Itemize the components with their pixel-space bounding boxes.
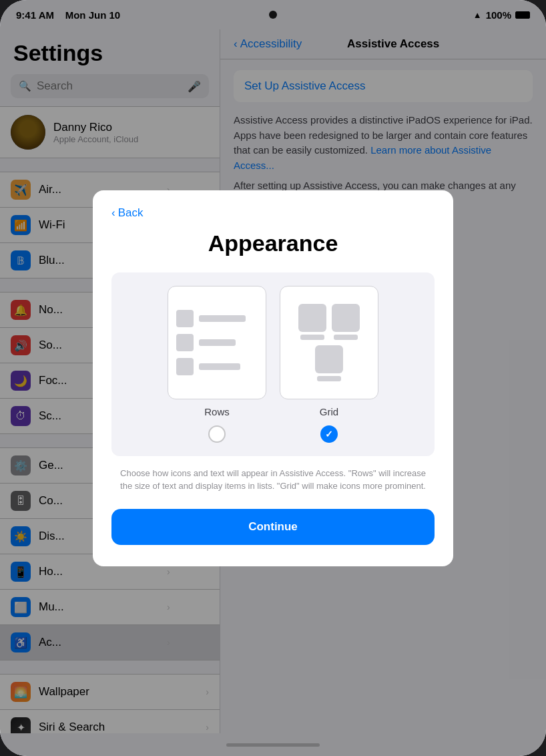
grid-radio[interactable]: ✓ (320, 425, 338, 443)
rows-line (199, 363, 240, 370)
grid-square (315, 345, 343, 373)
rows-preview (168, 286, 266, 399)
rows-radio[interactable] (208, 425, 226, 443)
checkmark-icon: ✓ (325, 429, 333, 439)
rows-line (199, 339, 236, 346)
options-area: Rows (111, 272, 435, 456)
rows-option: Rows (168, 286, 266, 443)
continue-button[interactable]: Continue (111, 509, 435, 545)
grid-row-1 (288, 304, 370, 340)
modal-overlay: ‹ Back Appearance (0, 0, 546, 756)
grid-square (298, 304, 326, 332)
rows-square-icon (176, 334, 194, 351)
rows-line (199, 315, 246, 322)
modal-back-chevron-icon: ‹ (111, 206, 115, 220)
rows-item-3 (176, 358, 258, 375)
modal-title: Appearance (111, 230, 435, 256)
grid-label (300, 335, 324, 340)
grid-option: Grid ✓ (280, 286, 378, 443)
modal-back-button[interactable]: ‹ Back (111, 206, 435, 220)
rows-item-2 (176, 334, 258, 351)
rows-label: Rows (204, 406, 230, 417)
grid-square (332, 304, 360, 332)
grid-item-1 (298, 304, 326, 340)
grid-row-2 (288, 345, 370, 381)
modal: ‹ Back Appearance (93, 190, 453, 566)
modal-back-label: Back (118, 206, 144, 220)
ipad-frame: 9:41 AM Mon Jun 10 ▲ 100% Settings 🔍 🎤 (0, 0, 546, 756)
help-text: Choose how icons and text will appear in… (111, 467, 435, 493)
grid-item-3 (315, 345, 343, 381)
rows-item-1 (176, 310, 258, 327)
grid-item-2 (332, 304, 360, 340)
rows-square-icon (176, 310, 194, 327)
grid-preview (280, 286, 378, 399)
grid-label: Grid (320, 406, 338, 417)
grid-label (317, 376, 341, 381)
grid-label (334, 335, 358, 340)
rows-square-icon (176, 358, 194, 375)
